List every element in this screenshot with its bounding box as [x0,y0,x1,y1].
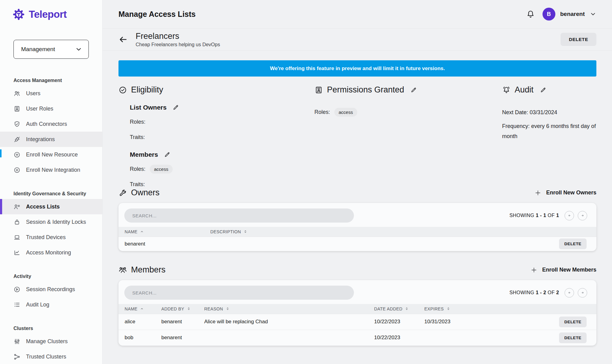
sidebar-item-label: Session & Identity Locks [26,219,86,225]
members-search-input[interactable] [124,286,354,300]
column-header-name[interactable]: NAME [125,229,144,234]
member-date-added-cell: 10/22/2023 [374,330,424,346]
sidebar-item-access-monitoring[interactable]: Access Monitoring [0,245,102,260]
sidebar-item-auth-connectors[interactable]: Auth Connectors [0,116,102,132]
sidebar-item-session-recordings[interactable]: Session Recordings [0,282,102,297]
owners-toolbar: SHOWING 1 - 1 OF 1 [118,203,596,227]
delete-access-list-button[interactable]: DELETE [561,33,596,46]
owners-table-row: benarent DELETE [118,237,596,251]
delete-member-button[interactable]: DELETE [559,332,587,343]
delete-owner-button[interactable]: DELETE [559,238,587,249]
prev-page-button[interactable] [565,211,574,220]
column-header-date-added[interactable]: DATE ADDED [374,306,409,311]
pencil-icon [410,87,417,93]
sidebar-item-label: Integrations [26,136,55,143]
enroll-new-owners-label: Enroll New Owners [546,190,596,196]
edit-list-owners-button[interactable] [172,104,179,111]
column-header-reason[interactable]: REASON [204,306,230,311]
roles-label: Roles: [130,119,145,125]
sidebar-item-manage-clusters[interactable]: Manage Clusters [0,334,102,349]
preview-banner: We're offering this feature in preview a… [118,60,596,77]
member-roles-row: Roles: access [130,164,314,174]
member-added-by-cell: benarent [161,314,204,330]
edit-permissions-button[interactable] [410,87,417,93]
line-chart-icon [13,249,21,256]
roles-label: Roles: [130,166,145,172]
column-header-name[interactable]: NAME [125,306,144,311]
enroll-new-members-label: Enroll New Members [542,267,596,273]
sidebar-item-label: Access Monitoring [26,250,71,256]
back-button[interactable] [118,35,128,44]
teleport-logo: Teleport [0,0,102,21]
edit-audit-button[interactable] [540,87,546,93]
column-header-added-by[interactable]: ADDED BY [161,306,191,311]
sidebar-item-label: Session Recordings [26,286,75,293]
sidebar-item-label: Enroll New Resource [26,152,78,158]
next-page-button[interactable] [578,211,587,220]
delete-member-button[interactable]: DELETE [559,317,587,327]
eligibility-members-heading: Members [130,151,314,158]
enroll-new-members-button[interactable]: Enroll New Members [530,266,596,274]
laptop-icon [13,234,21,241]
content: We're offering this feature in preview a… [103,51,612,346]
sidebar-item-user-roles[interactable]: User Roles [0,101,102,116]
notifications-button[interactable] [526,9,535,19]
nav-section-identity-governance: Identity Governance & Security [13,191,102,197]
owners-section-head: Owners Enroll New Owners [118,188,596,197]
owners-search-input[interactable] [124,208,354,223]
role-chip: access [150,165,173,174]
sliders-icon [13,338,21,345]
id-card-icon [314,86,323,94]
members-table-row: alice benarent Alice will be replacing C… [118,314,596,330]
sidebar-item-enroll-new-resource[interactable]: Enroll New Resource [0,147,102,162]
next-page-button[interactable] [578,288,587,298]
sort-both-icon [405,307,409,311]
pencil-icon [540,87,546,93]
column-header-description[interactable]: DESCRIPTION [210,229,247,234]
bell-ring-icon [502,86,511,94]
topbar-actions: B benarent [526,8,596,21]
sidebar-item-trusted-devices[interactable]: Trusted Devices [0,230,102,245]
member-added-by-cell: benarent [161,330,204,346]
traits-label: Traits: [130,181,145,188]
eligibility-heading: Eligibility [118,85,314,95]
sidebar-item-session-identity-locks[interactable]: Session & Identity Locks [0,214,102,230]
member-expires-cell: 10/31/2023 [424,314,501,330]
sidebar-item-label: Access Lists [26,204,60,210]
roles-label: Roles: [314,109,330,115]
prev-page-button[interactable] [565,288,574,298]
list-owners-title: List Owners [130,104,167,111]
audit-next-date: Next Date: 03/31/2024 [502,107,596,118]
owner-description-cell [210,237,547,251]
sort-asc-icon [140,307,144,311]
arrow-circle-right-icon [580,212,586,219]
member-expires-cell [424,330,501,346]
page-title: Manage Access Lists [118,10,196,19]
edit-member-requirements-button[interactable] [164,151,171,158]
topbar: Manage Access Lists B benarent [103,0,612,28]
sidebar-item-enroll-new-integration[interactable]: Enroll New Integration [0,162,102,178]
sidebar-item-trusted-clusters[interactable]: Trusted Clusters [0,349,102,364]
audit-heading: Audit [502,85,596,95]
owners-toolbar-right: SHOWING 1 - 1 OF 1 [509,211,587,220]
network-icon [13,353,21,360]
app-window: Teleport Management Access Management Us… [0,0,612,364]
sort-asc-icon [140,230,144,234]
bell-icon [526,9,535,19]
sidebar-item-integrations[interactable]: Integrations [0,132,102,147]
sidebar-item-users[interactable]: Users [0,86,102,101]
access-list-title-block: Freelancers Cheap Freelancers helping us… [136,32,220,47]
sidebar-item-audit-log[interactable]: Audit Log [0,297,102,312]
enroll-new-owners-button[interactable]: Enroll New Owners [534,189,596,197]
person-list-icon [13,203,21,210]
access-list-description: Cheap Freelancers helping us DevOps [136,42,220,47]
audit-frequency: Frequency: every 6 months first day of m… [502,121,596,141]
user-menu[interactable]: B benarent [543,8,596,21]
owners-table-header-row: NAME DESCRIPTION [118,227,596,237]
column-header-expires[interactable]: EXPIRES [424,306,450,311]
check-circle-icon [118,86,127,94]
list-owners-block: List Owners Roles: Traits: [130,104,314,142]
owners-pagination [565,211,587,220]
workspace-selector[interactable]: Management [13,40,89,59]
sidebar-item-access-lists[interactable]: Access Lists [0,199,102,214]
